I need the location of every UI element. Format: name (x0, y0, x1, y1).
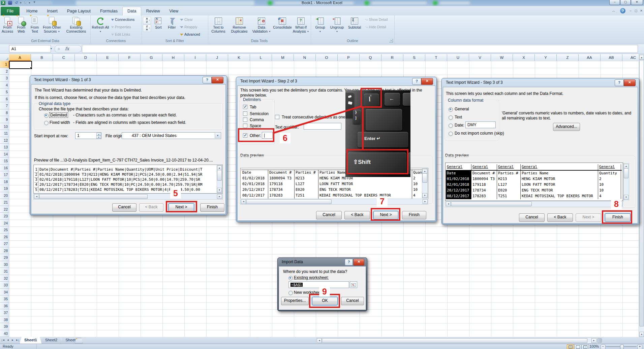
window-minimize-button[interactable]: – (609, 0, 620, 5)
row-header-19[interactable]: 19 (0, 185, 9, 192)
window-restore-button[interactable]: ▢ (620, 0, 631, 5)
row-header-23[interactable]: 23 (0, 213, 9, 220)
range-input[interactable]: =$A$1 (288, 281, 349, 288)
cancel-button[interactable]: Cancel (112, 203, 136, 212)
row-header-40[interactable]: 40 (0, 330, 9, 337)
row-header-4[interactable]: 4 (0, 82, 9, 89)
column-header-E[interactable]: E (97, 54, 119, 61)
finish-button[interactable]: Finish (200, 203, 224, 212)
general-radio[interactable] (449, 107, 453, 112)
row-header-30[interactable]: 30 (0, 261, 9, 268)
connections-button[interactable]: Connections (111, 17, 134, 23)
general-label[interactable]: General (455, 107, 469, 111)
row-header-28[interactable]: 28 (0, 247, 9, 254)
delimited-radio[interactable] (44, 113, 49, 118)
insert-worksheet-button[interactable]: * (75, 338, 83, 343)
ribbon-tab-home[interactable]: Home (22, 7, 42, 15)
dialog-help-button[interactable]: ? (412, 78, 421, 85)
advanced-button[interactable]: Advanced... (553, 123, 580, 131)
treat-consecutive-label[interactable]: Treat consecutive delimiters as one (282, 115, 345, 119)
column-header-Y[interactable]: Y (535, 54, 557, 61)
column-header-Z[interactable]: Z (557, 54, 579, 61)
row-header-15[interactable]: 15 (0, 158, 9, 165)
fixed-width-label[interactable]: Fixed width (50, 120, 70, 125)
scroll-right-icon[interactable]: ► (217, 194, 222, 199)
column-header-J[interactable]: J (206, 54, 228, 61)
scroll-thumb[interactable] (422, 173, 427, 183)
row-header-6[interactable]: 6 (0, 96, 9, 103)
refresh-all-button[interactable]: Refresh All ▼ (92, 16, 109, 37)
comma-checkbox[interactable] (243, 117, 247, 122)
column-header-H[interactable]: H (162, 54, 184, 61)
vertical-scroll-thumb[interactable] (639, 60, 644, 326)
column-header-K[interactable]: K (228, 54, 250, 61)
last-sheet-icon[interactable]: ►| (15, 338, 20, 343)
semicolon-checkbox[interactable] (243, 111, 247, 116)
zoom-out-button[interactable]: − (601, 345, 606, 349)
row-header-39[interactable]: 39 (0, 323, 9, 330)
group-button[interactable]: ➜ Group▼ (313, 16, 328, 37)
wizard3-preview-vscroll[interactable]: ▲ ▼ (623, 163, 629, 200)
spinner-up-icon[interactable]: ▲ (96, 133, 101, 136)
row-header-5[interactable]: 5 (0, 89, 9, 96)
row-header-17[interactable]: 17 (0, 171, 9, 178)
skip-column-radio[interactable] (449, 132, 453, 136)
first-sheet-icon[interactable]: |◄ (1, 338, 5, 343)
selected-cell-a1[interactable] (9, 61, 32, 69)
scroll-left-icon[interactable]: ◄ (446, 202, 451, 206)
column-header-O[interactable]: O (316, 54, 338, 61)
collapse-dialog-button[interactable]: ↖ (350, 281, 357, 288)
column-header-W[interactable]: W (491, 54, 513, 61)
column-header-V[interactable]: V (469, 54, 491, 61)
sheet-tab-sheet1[interactable]: Sheet1 (20, 337, 42, 344)
row-header-10[interactable]: 10 (0, 123, 9, 130)
column-header-U[interactable]: U (447, 54, 469, 61)
page-break-view-button[interactable] (582, 344, 589, 349)
ribbon-tab-review[interactable]: Review (141, 7, 164, 15)
row-header-37[interactable]: 37 (0, 309, 9, 316)
ribbon-tab-data[interactable]: Data (122, 7, 141, 16)
date-label[interactable]: Date: (455, 123, 464, 128)
scroll-down-icon[interactable]: ▼ (639, 332, 644, 337)
scroll-right-icon[interactable]: ► (591, 338, 596, 343)
row-header-36[interactable]: 36 (0, 303, 9, 310)
filter-button[interactable]: Filter (166, 16, 178, 37)
delimited-label[interactable]: Delimited (50, 113, 68, 117)
select-all-corner[interactable] (0, 54, 9, 61)
back-button[interactable]: < Back (547, 213, 573, 222)
row-header-25[interactable]: 25 (0, 226, 9, 234)
normal-view-button[interactable] (567, 344, 574, 349)
sheet-tab-sheet2[interactable]: Sheet2 (40, 337, 62, 344)
column-header-I[interactable]: I (184, 54, 206, 61)
row-header-12[interactable]: 12 (0, 137, 9, 144)
column-header-AA[interactable]: AA (579, 54, 601, 61)
scroll-down-icon[interactable]: ▼ (624, 195, 628, 200)
scroll-up-icon[interactable]: ▲ (639, 55, 644, 60)
column-header-R[interactable]: R (381, 54, 403, 61)
space-checkbox[interactable] (243, 124, 247, 128)
zoom-level[interactable]: 100% (589, 344, 599, 348)
column-header-T[interactable]: T (425, 54, 447, 61)
row-header-21[interactable]: 21 (0, 199, 9, 206)
ungroup-button[interactable]: ⇠ Ungroup▼ (328, 16, 346, 37)
row-header-16[interactable]: 16 (0, 165, 9, 172)
finish-button[interactable]: Finish (402, 211, 426, 219)
from-access-button[interactable]: *A From Access (1, 16, 14, 37)
fill-handle[interactable] (30, 67, 32, 69)
tab-split-handle[interactable] (597, 338, 602, 343)
data-validation-button[interactable]: ✓⊘ Data Validation ▼ (251, 16, 272, 37)
column-header-G[interactable]: G (141, 54, 162, 61)
row-header-31[interactable]: 31 (0, 268, 9, 275)
tab-checkbox[interactable] (243, 105, 247, 109)
file-origin-combo[interactable]: 437 : OEM United States▼ (122, 132, 221, 139)
scroll-thumb[interactable] (217, 170, 222, 181)
dialog-help-button[interactable]: ? (615, 79, 624, 86)
dialog-help-button[interactable]: ? (203, 77, 212, 83)
column-header-N[interactable]: N (294, 54, 316, 61)
row-header-8[interactable]: 8 (0, 109, 9, 116)
horizontal-scrollbar[interactable]: ◄ ► (316, 338, 603, 344)
space-label[interactable]: Space (250, 124, 261, 128)
next-sheet-icon[interactable]: ► (10, 338, 15, 343)
text-radio[interactable] (449, 115, 453, 120)
column-header-B[interactable]: B (31, 54, 53, 61)
